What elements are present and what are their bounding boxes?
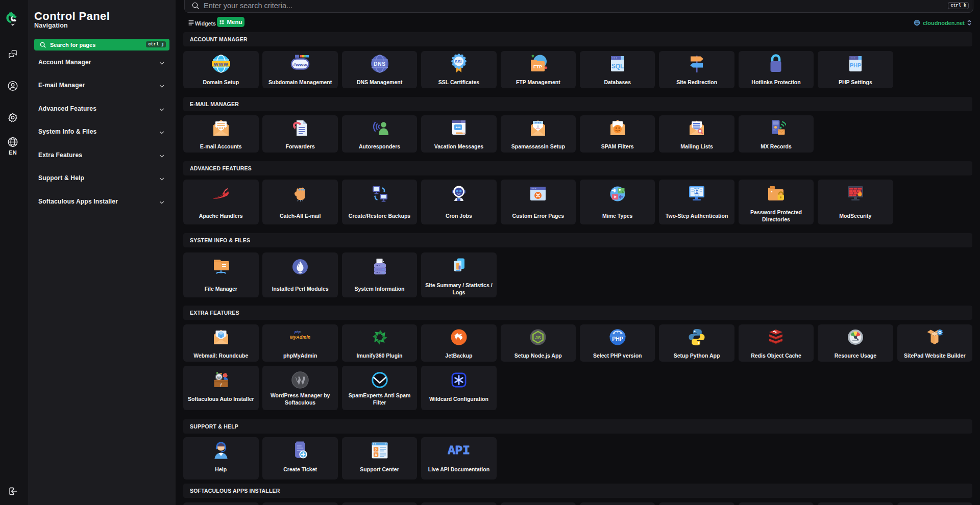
svg-text:API: API	[448, 444, 470, 458]
svg-text:FTP: FTP	[533, 64, 542, 69]
svg-text:DNS: DNS	[374, 61, 386, 67]
svg-text:PHP: PHP	[612, 336, 623, 342]
svg-text:MyAdmin: MyAdmin	[290, 335, 310, 340]
svg-text:php: php	[294, 330, 301, 334]
svg-text:SPAM: SPAM	[535, 121, 542, 124]
svg-text:A: A	[374, 453, 377, 457]
svg-text:WWW: WWW	[214, 61, 228, 67]
svg-text:#www.: #www.	[293, 62, 308, 67]
svg-text:JS: JS	[535, 335, 542, 340]
svg-text:SSL: SSL	[455, 59, 463, 64]
svg-text:?: ?	[375, 448, 377, 452]
svg-text:W: W	[217, 375, 221, 380]
svg-text:ƒ: ƒ	[220, 382, 222, 387]
svg-text:SQL: SQL	[611, 63, 624, 70]
svg-text:PHP: PHP	[850, 62, 862, 68]
